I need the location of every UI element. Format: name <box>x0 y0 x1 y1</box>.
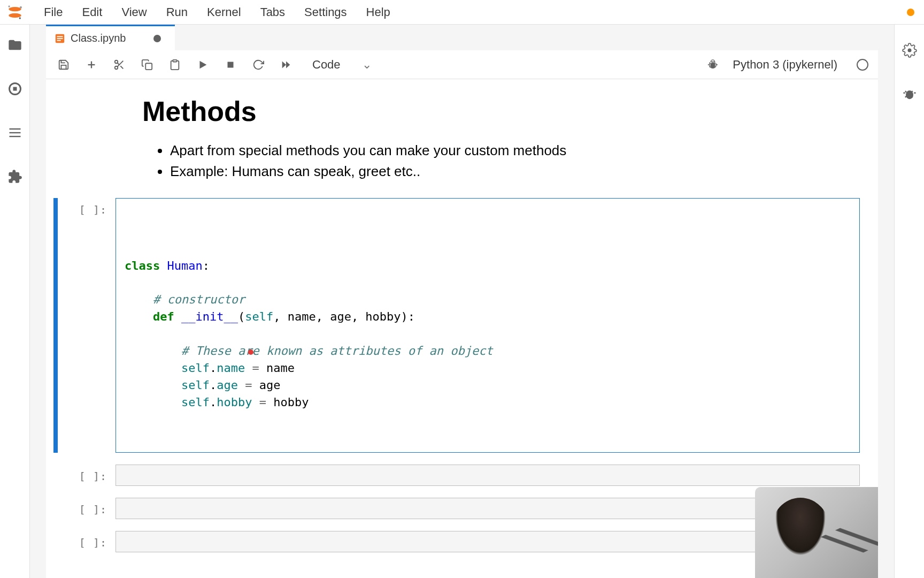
menu-tabs[interactable]: Tabs <box>252 2 294 22</box>
cell-type-label: Code <box>312 58 341 72</box>
code-cell[interactable]: [ ]: <box>46 531 878 564</box>
md-bullet: Apart from special methods you can make … <box>170 140 803 161</box>
svg-rect-24 <box>228 62 234 67</box>
menu-file[interactable]: File <box>35 2 71 22</box>
cell-gutter <box>53 465 58 486</box>
cell-gutter <box>53 531 58 552</box>
svg-point-28 <box>907 49 911 52</box>
svg-point-16 <box>115 60 118 63</box>
svg-rect-11 <box>57 36 63 37</box>
svg-point-3 <box>20 6 22 8</box>
paste-icon[interactable] <box>167 57 183 73</box>
property-inspector-icon[interactable] <box>900 41 919 60</box>
tabbar: Class.ipynb <box>46 25 878 50</box>
menu-kernel[interactable]: Kernel <box>198 2 250 22</box>
svg-line-20 <box>117 63 119 65</box>
tab-title: Class.ipynb <box>71 32 126 44</box>
run-icon[interactable] <box>195 57 211 73</box>
notebook-toolbar: Code ⌄ Python 3 (ipykernel) <box>46 50 878 79</box>
menu-help[interactable]: Help <box>358 2 399 22</box>
code-editor[interactable] <box>116 465 860 486</box>
svg-point-27 <box>711 62 715 68</box>
svg-rect-13 <box>57 40 61 41</box>
unsaved-indicator-icon <box>153 35 161 42</box>
cut-icon[interactable] <box>111 57 127 73</box>
code-cell[interactable]: [ ]: class Human: # constructor def __in… <box>46 198 878 465</box>
cell-prompt: [ ]: <box>58 198 116 453</box>
markdown-cell[interactable]: Methods Apart from special methods you c… <box>46 95 878 198</box>
code-cell[interactable]: [ ]: <box>46 498 878 531</box>
svg-rect-12 <box>57 38 63 39</box>
svg-point-2 <box>8 5 10 7</box>
svg-rect-8 <box>9 132 20 133</box>
notebook[interactable]: Methods Apart from special methods you c… <box>46 79 878 578</box>
extensions-icon[interactable] <box>5 167 25 186</box>
tab-class-notebook[interactable]: Class.ipynb <box>46 25 175 50</box>
window-indicator-dot <box>907 9 914 16</box>
debugger-panel-icon[interactable] <box>900 85 919 104</box>
svg-rect-9 <box>9 136 20 137</box>
svg-point-4 <box>19 17 21 19</box>
kernel-name[interactable]: Python 3 (ipykernel) <box>733 58 837 72</box>
folder-icon[interactable] <box>5 35 25 55</box>
running-icon[interactable] <box>5 79 25 98</box>
debugger-icon[interactable] <box>705 57 721 73</box>
svg-marker-26 <box>286 61 290 68</box>
cell-gutter <box>53 498 58 519</box>
svg-marker-23 <box>200 60 207 69</box>
svg-rect-7 <box>9 128 20 130</box>
cell-gutter-active <box>53 198 58 453</box>
svg-line-19 <box>120 66 123 69</box>
svg-point-0 <box>9 6 21 11</box>
code-editor[interactable] <box>116 531 860 552</box>
cell-prompt: [ ]: <box>58 531 116 552</box>
restart-run-all-icon[interactable] <box>278 57 294 73</box>
save-icon[interactable] <box>56 57 72 73</box>
svg-marker-25 <box>282 61 286 68</box>
svg-rect-21 <box>145 63 152 70</box>
svg-point-1 <box>9 13 21 17</box>
cell-prompt: [ ]: <box>58 465 116 486</box>
webcam-overlay <box>755 487 878 578</box>
svg-rect-22 <box>173 59 176 62</box>
menu-settings[interactable]: Settings <box>296 2 356 22</box>
menu-run[interactable]: Run <box>158 2 196 22</box>
cell-prompt: [ ]: <box>58 498 116 519</box>
md-bullet: Example: Humans can speak, greet etc.. <box>170 161 803 182</box>
left-activity-bar <box>0 25 30 578</box>
menu-view[interactable]: View <box>113 2 155 22</box>
kernel-status-idle-icon[interactable] <box>857 59 868 71</box>
pointer-indicator-icon <box>248 349 253 355</box>
toc-icon[interactable] <box>5 123 25 142</box>
stop-icon[interactable] <box>222 57 238 73</box>
md-heading: Methods <box>142 95 803 127</box>
code-cell[interactable]: [ ]: <box>46 465 878 498</box>
cell-type-dropdown[interactable]: Code ⌄ <box>312 58 372 72</box>
svg-point-17 <box>115 66 118 69</box>
code-editor[interactable]: class Human: # constructor def __init__(… <box>116 198 860 453</box>
menu-items: File Edit View Run Kernel Tabs Settings … <box>35 2 399 22</box>
jupyter-logo[interactable] <box>4 2 26 23</box>
main-area: Class.ipynb Code ⌄ Python 3 (ipykernel) <box>30 25 894 578</box>
menubar: File Edit View Run Kernel Tabs Settings … <box>0 0 924 25</box>
notebook-icon <box>55 33 65 44</box>
svg-rect-6 <box>13 87 17 91</box>
copy-icon[interactable] <box>139 57 155 73</box>
chevron-down-icon: ⌄ <box>362 58 372 72</box>
add-cell-icon[interactable] <box>83 57 99 73</box>
menu-edit[interactable]: Edit <box>73 2 111 22</box>
code-editor[interactable] <box>116 498 860 519</box>
restart-icon[interactable] <box>250 57 266 73</box>
right-activity-bar <box>894 25 924 578</box>
